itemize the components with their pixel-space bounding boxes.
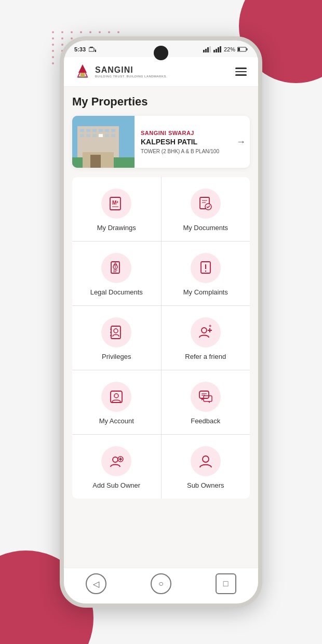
svg-rect-3 [203,50,205,52]
svg-rect-10 [220,46,221,52]
svg-point-73 [203,456,209,462]
logo-icon [73,62,92,81]
svg-text:+: + [209,324,211,329]
my-documents-icon-wrap [191,189,221,219]
menu-item-privileges[interactable]: Privileges [72,306,161,370]
svg-rect-23 [92,129,97,132]
svg-rect-28 [86,134,90,137]
menu-item-add-sub-owner[interactable]: Add Sub Owner [72,435,161,499]
hamburger-menu[interactable] [233,65,249,78]
my-complaints-label: My Complaints [183,288,228,296]
battery-icon [237,46,248,52]
clock: 5:33 [74,46,86,52]
menu-item-legal-documents[interactable]: Legal Documents [72,242,161,305]
svg-rect-31 [105,134,109,137]
exclaim-icon [197,260,214,276]
svg-rect-5 [207,47,209,52]
property-detail: TOWER (2 BHK) A & B PLAN/100 [141,149,230,154]
legal-documents-icon-wrap [101,253,131,283]
svg-point-57 [202,328,207,333]
my-account-label: My Account [99,417,134,425]
svg-point-69 [113,457,118,462]
svg-rect-25 [105,129,109,132]
svg-rect-1 [90,47,93,48]
menu-item-sub-owners[interactable]: Sub Owners [162,435,250,499]
menu-item-feedback[interactable]: Feedback [162,370,250,434]
signal-icon [203,46,211,52]
refer-friend-label: Refer a friend [185,353,226,360]
battery-label: 22% [224,46,235,52]
svg-rect-21 [80,129,84,132]
signal2-icon [213,46,222,52]
sub-owners-label: Sub Owners [187,481,224,489]
person-add-icon [108,453,125,469]
svg-rect-7 [213,50,215,52]
svg-rect-52 [111,326,120,339]
phone-frame: 5:33 📷 22% [60,36,262,608]
doc-check-icon [197,195,214,212]
navbar: SANGINI BUILDING TRUST. BUILDING LANDMAR… [64,57,258,87]
menu-item-my-complaints[interactable]: My Complaints [162,242,250,305]
svg-rect-0 [89,48,94,51]
hamburger-line-1 [235,68,247,69]
status-time: 5:33 📷 [74,46,96,52]
hamburger-line-2 [235,71,247,73]
person-outline-icon [197,453,214,469]
logo-name: SANGINI [95,65,167,75]
property-info: SANGINI SWARAJ KALPESH PATIL TOWER (2 BH… [135,116,236,168]
home-button[interactable]: ○ [151,573,171,594]
screen: SANGINI BUILDING TRUST. BUILDING LANDMAR… [64,57,258,603]
bottom-navigation: ◁ ○ □ [64,568,258,603]
svg-text:M²: M² [112,200,118,206]
svg-rect-26 [111,129,115,132]
my-documents-label: My Documents [183,224,228,232]
svg-rect-35 [90,155,101,168]
add-sub-owner-label: Add Sub Owner [92,481,140,489]
chat-bubbles-icon [197,388,214,405]
svg-point-51 [205,271,206,272]
page-title: My Properties [72,95,250,109]
privileges-icon-wrap [101,317,131,347]
menu-item-my-account[interactable]: My Account [72,370,161,434]
notch [154,46,168,60]
svg-marker-18 [78,64,87,73]
svg-point-62 [114,394,118,398]
menu-item-my-documents[interactable]: My Documents [162,177,250,241]
property-card[interactable]: SANGINI SWARAJ KALPESH PATIL TOWER (2 BH… [72,116,250,168]
svg-rect-32 [111,134,115,137]
building-svg [72,116,135,168]
feedback-label: Feedback [191,417,220,425]
hamburger-line-3 [235,74,247,76]
my-drawings-label: My Drawings [97,224,136,232]
sangini-logo-svg [73,62,92,81]
add-sub-owner-icon-wrap [101,446,131,476]
svg-marker-17 [77,77,88,78]
svg-rect-8 [216,49,217,52]
my-drawings-icon-wrap: M² [101,189,131,219]
my-complaints-icon-wrap [191,253,221,283]
property-image [72,116,135,168]
page-content: My Properties [64,87,258,568]
contact-book-icon [108,324,125,341]
my-account-icon-wrap [101,382,131,412]
menu-grid: M² My Drawings [72,177,250,499]
svg-rect-63 [199,391,209,398]
refer-friend-icon-wrap: + [191,317,221,347]
svg-rect-13 [247,48,248,50]
svg-rect-4 [205,49,207,52]
menu-item-refer-friend[interactable]: + Refer a friend [162,306,250,370]
menu-item-my-drawings[interactable]: M² My Drawings [72,177,161,241]
blueprint-icon: M² [108,195,125,212]
svg-rect-29 [92,134,97,137]
svg-rect-6 [209,46,211,52]
svg-rect-27 [80,134,84,137]
svg-text:📷: 📷 [95,48,96,52]
svg-marker-64 [202,398,205,400]
logo-text: SANGINI BUILDING TRUST. BUILDING LANDMAR… [95,65,167,78]
back-button[interactable]: ◁ [86,573,106,594]
property-owner-name: KALPESH PATIL [141,138,230,146]
svg-rect-12 [238,48,240,51]
notification-icons: 📷 [89,47,96,52]
recent-button[interactable]: □ [216,573,236,594]
svg-rect-24 [99,129,103,132]
